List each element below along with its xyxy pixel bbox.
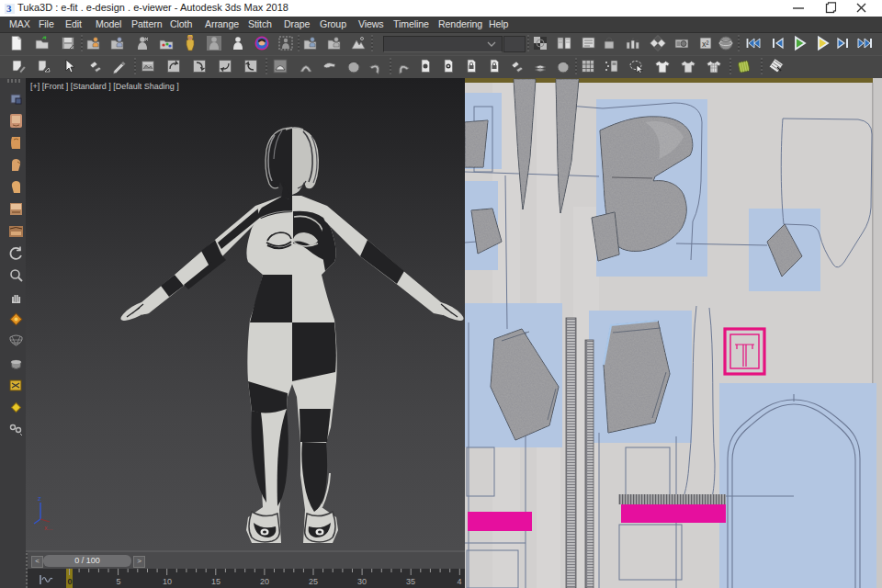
- svg-text:0: 0: [67, 577, 72, 586]
- svg-text:x²: x²: [702, 40, 709, 49]
- svg-text:10: 10: [163, 577, 172, 586]
- svg-text:x...: x...: [44, 525, 52, 531]
- svg-text:35: 35: [406, 577, 415, 586]
- svg-text:5: 5: [116, 577, 120, 586]
- svg-text:3: 3: [6, 3, 12, 14]
- svg-text:20: 20: [260, 577, 269, 586]
- svg-text:25: 25: [309, 577, 318, 586]
- svg-text:z: z: [38, 494, 41, 503]
- svg-text:15: 15: [211, 577, 220, 586]
- svg-text:4: 4: [457, 577, 461, 586]
- svg-text:30: 30: [357, 577, 367, 586]
